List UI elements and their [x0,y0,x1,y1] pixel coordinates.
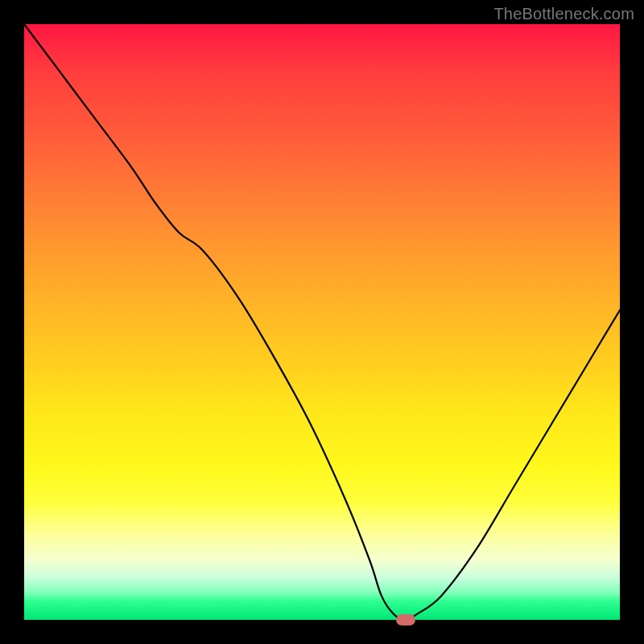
watermark-text: TheBottleneck.com [493,5,634,23]
bottleneck-marker [396,614,415,625]
bottleneck-curve [24,24,620,620]
chart-frame: TheBottleneck.com [0,0,644,644]
plot-area [24,24,620,620]
